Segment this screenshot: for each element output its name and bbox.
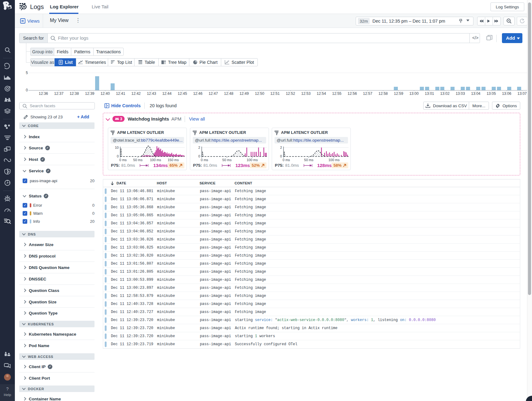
svg-text:13:00: 13:00 [409, 91, 419, 96]
svg-text:12:39: 12:39 [85, 91, 94, 96]
svg-text:12:55: 12:55 [332, 91, 341, 96]
svg-text:12:46: 12:46 [193, 91, 202, 96]
svg-text:150 ms: 150 ms [168, 158, 179, 162]
svg-text:12:50: 12:50 [255, 91, 264, 96]
svg-text:5: 5 [26, 71, 28, 75]
svg-text:12:43: 12:43 [147, 91, 156, 96]
svg-text:12:54: 12:54 [317, 91, 326, 96]
svg-text:12:57: 12:57 [363, 91, 372, 96]
svg-text:13:03: 13:03 [456, 91, 465, 96]
svg-text:10: 10 [115, 146, 119, 149]
svg-text:13:06: 13:06 [502, 91, 511, 96]
svg-text:13:05: 13:05 [486, 91, 496, 96]
svg-text:13:04: 13:04 [471, 91, 480, 96]
svg-text:12:56: 12:56 [348, 91, 357, 96]
svg-text:100 ms: 100 ms [247, 158, 258, 162]
svg-text:12:53: 12:53 [301, 91, 310, 96]
svg-text:13:07: 13:07 [517, 91, 527, 96]
svg-text:0: 0 [198, 154, 200, 158]
svg-text:0 ms: 0 ms [119, 158, 127, 162]
svg-text:50 ms: 50 ms [222, 158, 232, 162]
svg-text:0 ms: 0 ms [201, 158, 208, 162]
svg-text:12:59: 12:59 [394, 91, 403, 96]
svg-text:50 ms: 50 ms [304, 158, 314, 162]
svg-text:12:44: 12:44 [162, 91, 172, 96]
svg-text:12:37: 12:37 [54, 91, 64, 96]
svg-text:13:02: 13:02 [440, 91, 450, 96]
svg-text:50 ms: 50 ms [133, 158, 143, 162]
svg-text:12:36: 12:36 [39, 91, 48, 96]
svg-text:0: 0 [280, 154, 282, 158]
svg-text:12:58: 12:58 [378, 91, 388, 96]
svg-text:12:38: 12:38 [70, 91, 79, 96]
svg-text:2: 2 [280, 146, 282, 149]
svg-text:12:45: 12:45 [178, 91, 187, 96]
svg-text:2: 2 [198, 146, 200, 149]
svg-text:13:01: 13:01 [425, 91, 434, 96]
svg-text:0: 0 [26, 88, 28, 92]
svg-text:12:47: 12:47 [209, 91, 218, 96]
svg-text:12:48: 12:48 [224, 91, 233, 96]
svg-text:12:41: 12:41 [116, 91, 125, 96]
svg-text:12:40: 12:40 [100, 91, 110, 96]
svg-text:100 ms: 100 ms [328, 158, 340, 162]
svg-text:12:49: 12:49 [240, 91, 249, 96]
svg-text:12:42: 12:42 [131, 91, 141, 96]
svg-text:12:51: 12:51 [270, 91, 280, 96]
svg-text:0: 0 [117, 154, 119, 158]
svg-text:12:52: 12:52 [286, 91, 295, 96]
svg-text:0 ms: 0 ms [283, 158, 290, 162]
svg-text:100 ms: 100 ms [150, 158, 161, 162]
